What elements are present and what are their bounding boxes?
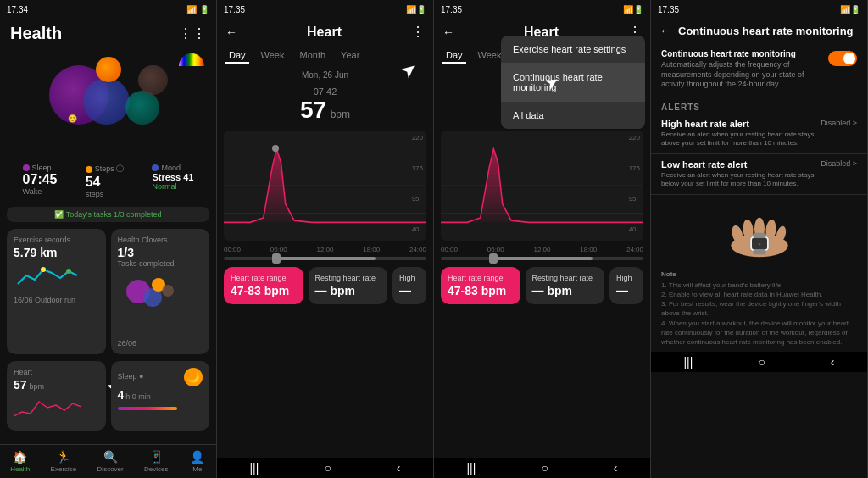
- tab-month-1[interactable]: Month: [296, 48, 329, 64]
- exercise-card-sub: 16/06 Outdoor run: [14, 296, 99, 304]
- tab-week-1[interactable]: Week: [258, 48, 288, 64]
- heart-widget[interactable]: Heart 57 bpm ➤: [7, 361, 106, 431]
- heart1-time: 07:42: [220, 86, 430, 97]
- chart-labels-1: 00:00 06:00 12:00 18:00 24:00: [217, 244, 433, 255]
- heart-range-card-2: Heart rate range 47-83 bpm: [441, 267, 520, 304]
- heart1-title: Heart: [307, 25, 342, 40]
- svg-rect-15: [753, 232, 765, 237]
- high-alert-info: High heart rate alert Receive an alert w…: [661, 119, 821, 148]
- bpm-display-1: 07:42 57 bpm: [217, 83, 433, 127]
- steps-sub: steps: [86, 190, 125, 198]
- nav-devices[interactable]: 📱 Devices: [144, 450, 168, 473]
- dropdown-all-data[interactable]: All data: [501, 102, 645, 129]
- exercise-card-value: 5.79 km: [14, 246, 99, 259]
- status-bar-2: 17:35 📶🔋: [217, 0, 433, 19]
- sleep-widget[interactable]: Sleep ● 🌙 4 h 0 min: [111, 361, 210, 431]
- sleep-sub: Wake: [23, 187, 58, 196]
- svg-point-1: [66, 269, 71, 274]
- mood-sub: Normal: [152, 182, 193, 191]
- nav-me[interactable]: 👤 Me: [189, 450, 206, 473]
- steps-stat: Steps ⓘ 54 steps: [86, 164, 125, 198]
- heart1-chart-svg: [224, 131, 426, 241]
- chart-slider-1[interactable]: [224, 257, 426, 260]
- bpm-cards-1: Heart rate range 47-83 bpm Resting heart…: [217, 262, 433, 309]
- nav-exercise[interactable]: 🏃 Exercise: [51, 450, 77, 473]
- cursor-dot-1: [272, 145, 279, 152]
- stats-row: Sleep 07:45 Wake Steps ⓘ 54 steps Mood S…: [0, 158, 216, 203]
- heart-widget-value: 57: [14, 378, 27, 392]
- low-alert-row[interactable]: Low heart rate alert Receive an alert wh…: [651, 154, 867, 195]
- sleep-progress-bar: [118, 407, 177, 410]
- watch-image-area: ♥: [651, 195, 867, 264]
- recent-gesture-2[interactable]: ‹: [614, 461, 618, 475]
- chart-slider-2[interactable]: [441, 257, 643, 260]
- heart-widget-unit: bpm: [30, 382, 45, 391]
- continuous-header: ← Continuous heart rate monitoring: [651, 19, 867, 42]
- low-alert-title: Low heart rate alert: [661, 159, 821, 170]
- more-icon[interactable]: ⋮⋮: [179, 25, 206, 42]
- continuous-section-title: Continuous heart rate monitoring: [661, 49, 828, 58]
- back-button-1[interactable]: ←: [225, 25, 237, 39]
- status-bar-3: 17:35 📶🔋: [434, 0, 650, 19]
- time-cursor-2: [492, 131, 492, 241]
- home-gesture-3[interactable]: ○: [758, 355, 765, 369]
- continuous-toggle[interactable]: [828, 51, 857, 66]
- home-gesture-1[interactable]: ○: [324, 461, 331, 475]
- screen-continuous: 17:35 📶🔋 ← Continuous heart rate monitor…: [651, 0, 868, 478]
- time-4: 17:35: [658, 5, 679, 14]
- status-icons-1: 📶 🔋: [186, 5, 209, 14]
- clover-bubbles: [118, 271, 203, 339]
- recent-gesture-1[interactable]: ‹: [397, 461, 401, 475]
- continuous-section-desc: Automatically adjusts the frequency of m…: [661, 60, 828, 90]
- note-title: Note: [661, 270, 857, 279]
- back-gesture-1[interactable]: |||: [249, 461, 259, 475]
- high-alert-row[interactable]: High heart rate alert Receive an alert w…: [651, 114, 867, 154]
- note-section: Note 1. This will affect your band's bat…: [651, 264, 867, 353]
- health-nav-icon: 🏠: [12, 450, 29, 464]
- chart-labels-2: 00:00 06:00 12:00 18:00 24:00: [434, 244, 650, 255]
- nav-discover[interactable]: 🔍 Discover: [97, 450, 124, 473]
- exercise-card-title: Exercise records: [14, 236, 99, 244]
- dropdown-menu: Exercise heart rate settings Continuous …: [501, 36, 645, 129]
- svg-text:♥: ♥: [758, 241, 760, 246]
- bottom-nav: 🏠 Health 🏃 Exercise 🔍 Discover 📱 Devices…: [0, 444, 216, 478]
- health-header: Health ⋮⋮: [0, 19, 216, 48]
- back-gesture-3[interactable]: |||: [683, 355, 693, 369]
- exercise-track-svg: [14, 263, 81, 292]
- continuous-title: Continuous heart rate monitoring: [678, 25, 854, 37]
- dropdown-continuous[interactable]: Continuous heart rate monitoring: [501, 64, 645, 102]
- back-button-2[interactable]: ←: [442, 25, 454, 39]
- bubble-mood: [96, 57, 121, 82]
- devices-nav-icon: 📱: [147, 450, 164, 464]
- bpm-unit-1: bpm: [331, 108, 350, 120]
- back-button-3[interactable]: ←: [659, 24, 671, 37]
- back-gesture-2[interactable]: |||: [466, 461, 476, 475]
- more-button-1[interactable]: ⋮: [411, 24, 425, 40]
- high-alert-status: Disabled >: [821, 119, 857, 127]
- mini-heart-chart: [14, 395, 99, 424]
- rainbow-indicator: [179, 53, 204, 66]
- home-gesture-2[interactable]: ○: [541, 461, 548, 475]
- exercise-card[interactable]: Exercise records 5.79 km 16/06 Outdoor r…: [7, 229, 106, 354]
- y-labels-1: 220 175 95 40: [412, 134, 423, 233]
- time-2: 17:35: [224, 5, 245, 14]
- health-clover-value: 1/3: [118, 246, 203, 259]
- mood-value: Stress 41: [152, 172, 193, 182]
- sleep-widget-value: 4: [118, 388, 125, 402]
- health-clover-card[interactable]: Health Clovers 1/3 Tasks completed 26/06: [111, 229, 210, 354]
- note-item-1: 1. This will affect your band's battery …: [661, 281, 857, 290]
- high-alert-title: High heart rate alert: [661, 119, 821, 129]
- recent-gesture-3[interactable]: ‹: [831, 355, 835, 369]
- high-card-2: High —: [609, 267, 643, 304]
- resting-card-1: Resting heart rate — bpm: [309, 267, 388, 304]
- nav-health[interactable]: 🏠 Health: [10, 450, 30, 473]
- time-1: 17:34: [7, 5, 28, 14]
- alerts-header: ALERTS: [651, 97, 867, 114]
- dropdown-exercise[interactable]: Exercise heart rate settings: [501, 36, 645, 64]
- tab-day-1[interactable]: Day: [225, 48, 249, 64]
- heart-widget-title: Heart: [14, 368, 32, 376]
- watch-illustration: ♥: [721, 200, 798, 259]
- tab-year-1[interactable]: Year: [337, 48, 363, 64]
- resting-card-2: Resting heart rate — bpm: [526, 267, 605, 304]
- tab-day-2[interactable]: Day: [442, 48, 466, 64]
